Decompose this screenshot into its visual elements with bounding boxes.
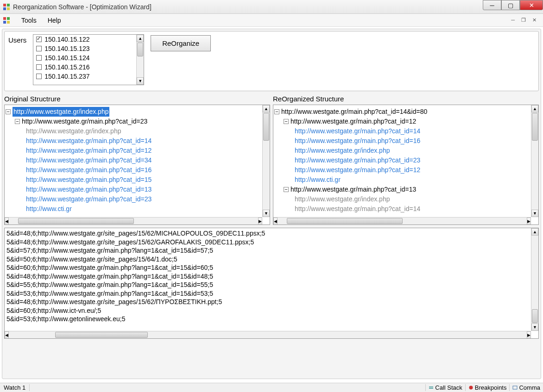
scroll-thumb[interactable] <box>532 309 538 323</box>
scroll-thumb[interactable] <box>263 113 269 141</box>
scroll-thumb[interactable] <box>55 332 148 338</box>
tree-hscroll[interactable]: ◀ ▶ <box>5 217 262 224</box>
scroll-left-icon[interactable]: ◀ <box>5 331 9 339</box>
tree-node[interactable]: http://www.westgate.gr/main.php?cat_id=1… <box>295 126 420 136</box>
users-listbox[interactable]: 150.140.15.122150.140.15.123150.140.15.1… <box>33 34 144 85</box>
tree-node[interactable]: http://www.westgate.gr/index.php <box>13 107 109 117</box>
scroll-thumb[interactable] <box>287 218 403 224</box>
tree-node[interactable]: http://www.cti.gr <box>295 175 341 185</box>
user-checkbox[interactable] <box>36 64 42 70</box>
log-hscroll[interactable]: ◀ ▶ <box>5 331 531 338</box>
callstack-tab[interactable]: Call Stack <box>425 384 465 391</box>
tree-node[interactable]: http://www.westgate.gr/index.php <box>295 146 390 156</box>
scroll-down-icon[interactable]: ▼ <box>531 324 538 331</box>
tree-row: http://www.cti.gr <box>6 204 261 214</box>
tree-expander[interactable]: − <box>284 119 289 124</box>
tree-node[interactable]: http://www.cti.gr <box>26 204 72 214</box>
tree-hscroll[interactable]: ◀ ▶ <box>273 217 531 224</box>
tree-row: −http://www.westgate.gr/index.php <box>6 107 261 117</box>
tree-expander[interactable]: − <box>6 109 11 114</box>
log-vscroll[interactable]: ▲ ▼ <box>531 228 538 331</box>
log-textbox[interactable]: 5&id=48;6;http://www.westgate.gr/site_pa… <box>4 228 539 339</box>
user-checkbox[interactable] <box>36 55 42 61</box>
scroll-right-icon[interactable]: ▶ <box>527 331 531 339</box>
tree-vscroll[interactable]: ▲ ▼ <box>262 105 270 217</box>
scroll-right-icon[interactable]: ▶ <box>527 218 531 225</box>
menu-tools[interactable]: Tools <box>17 15 41 26</box>
scroll-thumb[interactable] <box>137 43 143 56</box>
user-checkbox[interactable] <box>36 74 42 79</box>
tree-row: http://www.westgate.gr/main.php?cat_id=1… <box>6 165 261 175</box>
tree-node[interactable]: http://www.westgate.gr/index.php <box>295 194 390 204</box>
tree-node[interactable]: http://www.westgate.gr/main.php?cat_id=2… <box>22 117 147 126</box>
scroll-down-icon[interactable]: ▼ <box>137 77 144 85</box>
maximize-button[interactable]: ▢ <box>501 0 520 10</box>
tree-node[interactable]: http://www.westgate.gr/main.php?cat_id=2… <box>295 156 420 165</box>
scroll-right-icon[interactable]: ▶ <box>258 218 262 225</box>
tree-row: http://www.westgate.gr/index.php <box>274 194 530 204</box>
svg-rect-3 <box>7 7 10 10</box>
scroll-up-icon[interactable]: ▲ <box>137 35 144 42</box>
log-line: 5&id=50;6;http://www.westgate.gr/site_pa… <box>6 255 529 264</box>
tree-vscroll[interactable]: ▲ ▼ <box>531 105 538 217</box>
tree-row: http://www.westgate.gr/main.php?cat_id=1… <box>274 126 530 136</box>
tree-node[interactable]: http://www.westgate.gr/index.php <box>26 126 121 136</box>
svg-point-10 <box>469 386 473 390</box>
scroll-down-icon[interactable]: ▼ <box>263 210 270 217</box>
tree-expander[interactable]: − <box>15 119 20 124</box>
scroll-up-icon[interactable]: ▲ <box>531 228 538 236</box>
svg-rect-7 <box>7 21 10 24</box>
tree-node[interactable]: http://www.westgate.gr/main.php?cat_id=1… <box>26 136 152 146</box>
user-ip: 150.140.15.237 <box>44 73 89 80</box>
close-button[interactable]: ✕ <box>520 0 543 10</box>
scroll-up-icon[interactable]: ▲ <box>263 105 270 112</box>
minimize-button[interactable]: ─ <box>483 0 501 10</box>
tree-node[interactable]: http://www.westgate.gr/main.php?cat_id=1… <box>26 165 152 175</box>
tree-expander[interactable]: − <box>284 187 289 192</box>
user-row[interactable]: 150.140.15.237 <box>33 72 136 81</box>
tree-row: http://www.westgate.gr/main.php?cat_id=1… <box>6 136 261 146</box>
mdi-restore-button[interactable]: ❐ <box>519 16 528 24</box>
original-tree[interactable]: −http://www.westgate.gr/index.php−http:/… <box>4 105 270 225</box>
mdi-close-button[interactable]: ✕ <box>530 16 538 24</box>
user-row[interactable]: 150.140.15.216 <box>33 62 136 72</box>
scroll-left-icon[interactable]: ◀ <box>273 218 278 225</box>
user-row[interactable]: 150.140.15.124 <box>33 53 136 62</box>
tree-node[interactable]: http://www.westgate.gr/main.php?cat_id=3… <box>26 156 152 165</box>
tree-node[interactable]: http://www.westgate.gr/main.php?cat_id=1… <box>290 117 416 126</box>
tree-node[interactable]: http://www.westgate.gr/main.php?cat_id=2… <box>26 194 152 204</box>
scroll-thumb[interactable] <box>532 113 538 141</box>
watch-panel-tab[interactable]: Watch 1 <box>0 384 30 391</box>
user-checkbox[interactable] <box>36 46 42 51</box>
tree-expander[interactable]: − <box>274 109 279 114</box>
breakpoints-tab[interactable]: Breakpoints <box>465 384 510 391</box>
tree-row: −http://www.westgate.gr/main.php?cat_id=… <box>274 185 530 194</box>
tree-node[interactable]: http://www.westgate.gr/main.php?cat_id=1… <box>281 107 427 117</box>
user-row[interactable]: 150.140.15.123 <box>33 44 136 53</box>
user-checkbox[interactable] <box>36 37 42 42</box>
scroll-left-icon[interactable]: ◀ <box>5 218 9 225</box>
reorganize-button[interactable]: ReOrganize <box>151 35 211 51</box>
scroll-thumb[interactable] <box>18 218 134 224</box>
scroll-up-icon[interactable]: ▲ <box>531 105 538 112</box>
tree-node[interactable]: http://www.westgate.gr/main.php?cat_id=1… <box>26 185 152 194</box>
tree-row: http://www.westgate.gr/main.php?cat_id=1… <box>6 185 261 194</box>
reorganized-tree[interactable]: −http://www.westgate.gr/main.php?cat_id=… <box>273 105 539 225</box>
svg-rect-0 <box>3 4 6 6</box>
scroll-down-icon[interactable]: ▼ <box>531 210 538 217</box>
tree-node[interactable]: http://www.westgate.gr/main.php?cat_id=1… <box>290 185 416 194</box>
log-line: 5&id=48;6;http://www.westgate.gr/site_pa… <box>6 229 529 238</box>
tree-node[interactable]: http://www.westgate.gr/main.php?cat_id=1… <box>26 175 152 185</box>
users-scrollbar[interactable]: ▲ ▼ <box>136 35 144 85</box>
client-area: Users 150.140.15.122150.140.15.123150.14… <box>2 29 541 379</box>
tree-node[interactable]: http://www.westgate.gr/main.php?cat_id=1… <box>295 136 420 146</box>
tree-node[interactable]: http://www.westgate.gr/main.php?cat_id=1… <box>26 146 152 156</box>
command-tab[interactable]: Comma <box>509 384 543 391</box>
tree-node[interactable]: http://www.westgate.gr/main.php?cat_id=1… <box>295 204 420 214</box>
user-row[interactable]: 150.140.15.122 <box>33 35 136 44</box>
tree-node[interactable]: http://www.westgate.gr/main.php?cat_id=1… <box>295 165 420 175</box>
tree-row: http://www.westgate.gr/main.php?cat_id=1… <box>274 204 530 214</box>
mdi-minimize-button[interactable]: ─ <box>509 16 517 24</box>
menu-help[interactable]: Help <box>43 15 66 26</box>
user-ip: 150.140.15.122 <box>44 36 89 43</box>
